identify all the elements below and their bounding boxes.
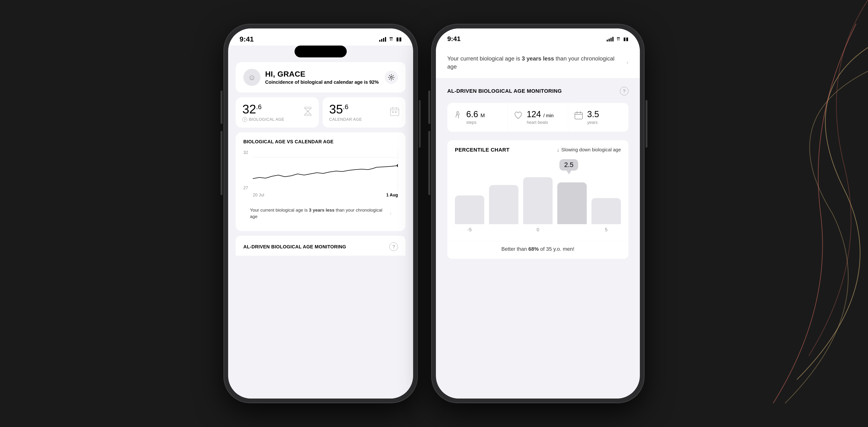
steps-stat: 6.6 M steps [447, 103, 508, 132]
coincidence-value: 92% [369, 80, 379, 85]
svg-point-3 [307, 111, 309, 112]
bar-chart-area: 2.5 [447, 158, 628, 241]
bio-note[interactable]: Your current biological age is 3 years l… [243, 202, 398, 224]
info-icon[interactable]: ? [242, 117, 247, 122]
svg-point-0 [390, 77, 392, 78]
battery-icon-right: ▮▮ [623, 36, 628, 42]
years-value: 3.5 [587, 110, 599, 119]
bar-4-highlighted [557, 182, 587, 224]
status-bar-right: 9:41 ⇈ ▮▮ [436, 28, 640, 45]
svg-rect-1 [305, 107, 311, 109]
heartrate-value: 124 / min [527, 110, 554, 119]
slowing-badge: ↓ Slowing down biological age [557, 147, 621, 153]
svg-point-10 [457, 112, 459, 113]
user-icon: ☺ [248, 73, 256, 82]
bar-chart-x-labels: -5 0 5 [455, 224, 621, 233]
y-label-max: 32 [243, 150, 248, 155]
gear-icon [388, 74, 395, 81]
years-data: 3.5 years [587, 110, 599, 125]
heartrate-label: heart beats [527, 120, 554, 125]
chart-title: BIOLOGICAL AGE VS CALENDAR AGE [243, 139, 398, 145]
tooltip-bubble: 2.5 [559, 159, 578, 171]
svg-rect-6 [395, 112, 397, 113]
down-arrow-icon: ↓ [557, 147, 559, 153]
years-stat: 3.5 years [568, 103, 628, 132]
bio-note-text: Your current biological age is 3 years l… [250, 207, 390, 220]
svg-point-8 [397, 164, 398, 167]
percentile-card: PERCENTILE CHART ↓ Slowing down biologic… [447, 140, 628, 259]
steps-label: steps [466, 120, 485, 125]
status-time-right: 9:41 [447, 35, 461, 43]
chart-y-labels: 32 27 [243, 150, 248, 190]
heartrate-stat: 124 / min heart beats [508, 103, 568, 132]
svg-rect-4 [390, 108, 399, 116]
calendar-icon [390, 106, 400, 119]
x-axis-label-empty2 [557, 227, 587, 233]
monitoring-question-icon[interactable]: ? [620, 87, 628, 95]
calendar-stat-icon [574, 111, 583, 122]
x-label-end: 1 Aug [386, 193, 398, 197]
percentile-section: PERCENTILE CHART ↓ Slowing down biologic… [436, 140, 640, 267]
hourglass-icon [303, 106, 313, 119]
biological-age-label: BIOLOGICAL AGE [249, 117, 284, 122]
calendar-age-number: 35.6 [329, 103, 399, 115]
x-axis-label-0: 0 [523, 227, 553, 233]
status-icons-right: ⇈ ▮▮ [607, 36, 628, 42]
svg-rect-2 [305, 114, 311, 116]
bar-1 [455, 195, 484, 224]
header-text: HI, GRACE Coincidence of biological and … [265, 70, 380, 85]
dynamic-island [294, 45, 347, 57]
years-label: years [587, 120, 599, 125]
signal-bars-icon [379, 36, 386, 42]
app-header: ☺ HI, GRACE Coincidence of biological an… [236, 62, 406, 93]
phone-right: 9:41 ⇈ ▮▮ Your cu [432, 24, 644, 403]
greeting: HI, GRACE [265, 70, 380, 79]
biological-age-card: 32.6 ? BIOLOGICAL AGE [236, 97, 319, 128]
coincidence-text: Coincidence of biological and calendar a… [265, 80, 380, 85]
question-icon[interactable]: ? [390, 242, 398, 251]
age-cards: 32.6 ? BIOLOGICAL AGE [236, 97, 406, 128]
banner-chevron-icon: › [626, 59, 628, 66]
x-axis-label-neg5: -5 [455, 227, 484, 233]
phone-left: 9:41 ⇈ ▮▮ ☺ [224, 24, 417, 403]
monitoring-title: AL-DRIVEN BIOLOGICAL AGE MONITORING [447, 88, 562, 94]
chart-area: 32 27 [243, 150, 398, 197]
ai-section-title: AL-DRIVEN BIOLOGICAL AGE MONITORING ? [236, 236, 406, 256]
monitoring-section: AL-DRIVEN BIOLOGICAL AGE MONITORING ? [436, 78, 640, 140]
percentile-title: PERCENTILE CHART [455, 147, 509, 153]
chevron-right-icon: › [390, 211, 391, 216]
settings-button[interactable] [385, 71, 398, 84]
status-icons: ⇈ ▮▮ [379, 36, 402, 42]
walk-icon [453, 111, 462, 122]
svg-rect-5 [392, 112, 394, 113]
battery-icon: ▮▮ [396, 36, 402, 42]
x-axis-label-5: 5 [591, 227, 621, 233]
svg-rect-11 [575, 113, 583, 119]
monitoring-stats: 6.6 M steps 124 [447, 103, 628, 132]
percentile-header: PERCENTILE CHART ↓ Slowing down biologic… [447, 140, 628, 158]
chart-card: BIOLOGICAL AGE VS CALENDAR AGE 32 27 [236, 132, 406, 231]
ai-section-title-text: AL-DRIVEN BIOLOGICAL AGE MONITORING [243, 244, 346, 249]
x-label-start: 20 Jul [253, 193, 264, 197]
better-than-text: Better than 68% of 35 y.o. men! [447, 241, 628, 259]
biological-age-number: 32.6 [242, 103, 312, 115]
bar-3 [523, 177, 553, 224]
status-time: 9:41 [240, 35, 254, 43]
x-axis-label-empty1 [489, 227, 519, 233]
calendar-age-label-row: CALENDAR AGE [329, 117, 399, 122]
calendar-age-label: CALENDAR AGE [329, 117, 362, 122]
right-top-banner[interactable]: Your current biological age is 3 years l… [436, 45, 640, 78]
bar-5 [591, 198, 621, 224]
heartrate-data: 124 / min heart beats [527, 110, 554, 125]
biological-age-label-row: ? BIOLOGICAL AGE [242, 117, 312, 122]
chart-plot [253, 150, 398, 190]
calendar-age-card: 35.6 CALENDAR AGE [322, 97, 406, 128]
avatar: ☺ [243, 69, 260, 86]
signal-bars-right [607, 36, 614, 41]
wifi-icon: ⇈ [389, 36, 393, 42]
wifi-icon-right: ⇈ [616, 36, 620, 42]
steps-value: 6.6 M [466, 110, 485, 119]
slowing-text: Slowing down biological age [561, 147, 621, 153]
bar-2 [489, 185, 519, 224]
phones-container: 9:41 ⇈ ▮▮ ☺ [224, 24, 644, 403]
